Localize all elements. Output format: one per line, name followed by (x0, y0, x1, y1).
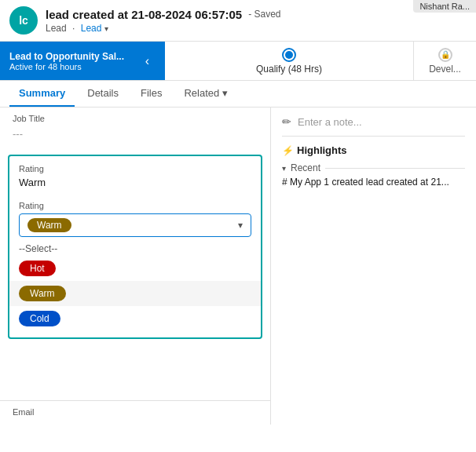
popup-rating-display-value: Warm (9, 175, 261, 195)
recent-header: ▾ Recent (282, 162, 465, 173)
record-title-text: lead created at 21-08-2024 06:57:05 (46, 8, 242, 21)
tab-details-label: Details (87, 87, 119, 99)
recent-divider (325, 168, 465, 169)
tab-summary-label: Summary (19, 87, 65, 99)
email-label: Email (13, 407, 258, 417)
stage-active-label: Lead to Opportunity Sal... (9, 51, 124, 62)
subtitle-type: Lead (46, 23, 67, 34)
email-section: Email (0, 400, 270, 425)
tab-related-label: Related (184, 87, 219, 99)
tab-files[interactable]: Files (131, 81, 171, 107)
subtitle-dot: · (72, 23, 75, 34)
user-badge: Nishant Ra... (413, 0, 476, 13)
warm-selected-badge: Warm (27, 218, 71, 232)
stage-qualify[interactable]: Qualify (48 Hrs) (165, 42, 413, 80)
avatar: lc (9, 6, 38, 35)
recent-item-text: created lead created at 21... (329, 177, 449, 188)
stage-active: Lead to Opportunity Sal... Active for 48… (0, 42, 165, 80)
saved-badge: - Saved (248, 9, 280, 20)
lock-icon: 🔒 (441, 50, 450, 59)
right-panel: ✏ Enter a note... ⚡ Highlights ▾ Recent … (271, 108, 476, 425)
dropdown-chevron-icon: ▾ (238, 220, 243, 231)
option-cold[interactable]: Cold (9, 306, 261, 331)
stage-active-content: Lead to Opportunity Sal... Active for 48… (9, 51, 124, 71)
main-layout: Job Title --- Rating Warm Rating Warm ▾ … (0, 108, 476, 425)
qualify-label: Qualify (48 Hrs) (256, 64, 322, 75)
option-warm[interactable]: Warm (9, 281, 261, 306)
subtitle-chevron[interactable]: ▾ (104, 24, 108, 33)
tab-details[interactable]: Details (78, 81, 128, 107)
record-subtitle: Lead · Lead ▾ (46, 23, 467, 34)
note-input-row[interactable]: ✏ Enter a note... (282, 115, 465, 137)
qualify-circle-inner (285, 51, 293, 59)
option-hot[interactable]: Hot (9, 256, 261, 281)
cold-badge: Cold (19, 311, 60, 326)
subtitle-link[interactable]: Lead (81, 23, 102, 34)
tab-summary[interactable]: Summary (9, 81, 75, 107)
tabs-row: Summary Details Files Related ▾ (0, 81, 476, 108)
hot-badge: Hot (19, 261, 56, 276)
highlights-icon: ⚡ (282, 145, 294, 156)
pencil-icon: ✏ (282, 115, 291, 128)
rating-dropdown-button[interactable]: Warm ▾ (19, 213, 251, 237)
tab-related[interactable]: Related ▾ (174, 81, 237, 107)
job-title-label: Job Title (13, 114, 258, 123)
popup-rating-display-label: Rating (9, 156, 261, 175)
recent-item[interactable]: # My App 1 created lead created at 21... (282, 177, 465, 188)
qualify-circle (282, 48, 296, 62)
tab-files-label: Files (141, 87, 162, 99)
recent-label: Recent (291, 162, 320, 173)
recent-item-link[interactable]: # My App 1 (282, 177, 329, 188)
select-placeholder: --Select-- (9, 237, 261, 256)
stage-bar: Lead to Opportunity Sal... Active for 48… (0, 42, 476, 81)
develop-label: Devel... (429, 64, 461, 75)
record-title: lead created at 21-08-2024 06:57:05 - Sa… (46, 8, 467, 21)
record-title-area: lead created at 21-08-2024 06:57:05 - Sa… (46, 8, 467, 34)
highlights-header: ⚡ Highlights (282, 144, 465, 156)
stage-active-sublabel: Active for 48 hours (9, 62, 124, 71)
rating-dropdown-popup: Rating Warm Rating Warm ▾ --Select-- Hot… (8, 155, 262, 339)
popup-dropdown-label: Rating (9, 195, 261, 213)
related-chevron: ▾ (222, 87, 228, 99)
warm-badge: Warm (19, 286, 66, 301)
note-placeholder: Enter a note... (298, 116, 362, 128)
highlights-section: ⚡ Highlights (282, 144, 465, 156)
highlights-label: Highlights (297, 144, 347, 156)
chevron-icon: ▾ (282, 164, 286, 173)
stage-develop[interactable]: 🔒 Devel... (413, 42, 476, 80)
job-title-section: Job Title --- (0, 108, 270, 149)
top-bar: lc lead created at 21-08-2024 06:57:05 -… (0, 0, 476, 42)
develop-circle: 🔒 (438, 48, 452, 62)
left-panel: Job Title --- Rating Warm Rating Warm ▾ … (0, 108, 271, 425)
recent-section: ▾ Recent # My App 1 created lead created… (282, 162, 465, 188)
job-title-value: --- (13, 125, 258, 143)
stage-nav-button[interactable]: ‹ (139, 54, 156, 68)
